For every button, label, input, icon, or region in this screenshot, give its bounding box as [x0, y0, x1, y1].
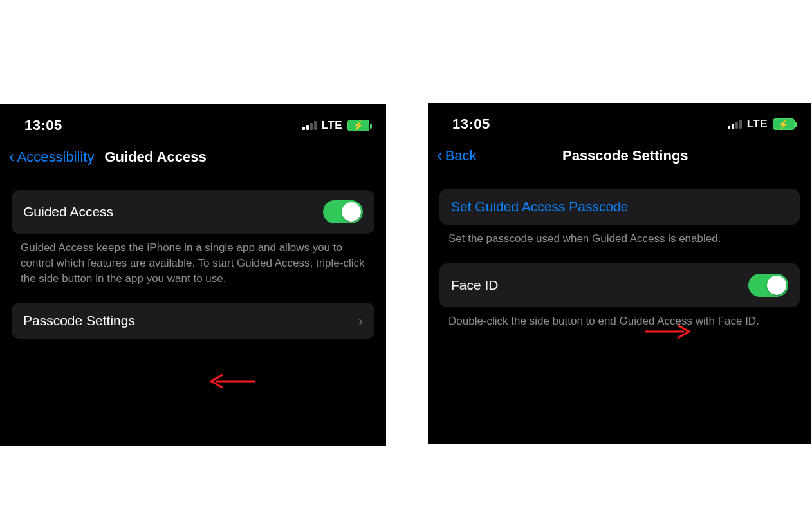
row-label: Passcode Settings	[23, 313, 135, 328]
set-guided-access-passcode-row[interactable]: Set Guided Access Passcode	[439, 189, 800, 225]
cellular-signal-icon	[728, 120, 742, 129]
row-label: Guided Access	[23, 204, 113, 220]
chevron-right-icon: ›	[358, 314, 363, 328]
guided-access-toggle[interactable]	[323, 200, 363, 223]
back-button[interactable]: Accessibility	[17, 149, 95, 165]
status-bar: 13:05 LTE ⚡	[0, 104, 386, 142]
row-label: Set Guided Access Passcode	[451, 199, 629, 214]
nav-bar: ‹ Back Passcode Settings	[428, 140, 811, 175]
face-id-description: Double-click the side button to end Guid…	[428, 307, 811, 329]
face-id-toggle[interactable]	[748, 274, 788, 297]
battery-charging-icon: ⚡	[773, 118, 795, 130]
status-bar: 13:05 LTE ⚡	[428, 103, 811, 140]
back-chevron-icon[interactable]: ‹	[9, 147, 15, 167]
left-screenshot: 13:05 LTE ⚡ ‹ Accessibility Guided Acces…	[0, 104, 386, 446]
network-type: LTE	[747, 118, 768, 131]
guided-access-group: Guided Access	[12, 190, 374, 234]
status-indicators: LTE ⚡	[728, 118, 795, 131]
battery-charging-icon: ⚡	[347, 120, 369, 131]
page-title: Guided Access	[104, 149, 206, 165]
annotation-arrow-left-icon	[205, 372, 256, 391]
passcode-settings-group: Passcode Settings ›	[12, 303, 374, 339]
back-chevron-icon[interactable]: ‹	[437, 146, 443, 165]
network-type: LTE	[322, 119, 342, 132]
right-screenshot: 13:05 LTE ⚡ ‹ Back Passcode Settings Set…	[428, 103, 811, 444]
face-id-toggle-row[interactable]: Face ID	[439, 263, 800, 307]
nav-bar: ‹ Accessibility Guided Access	[0, 142, 386, 176]
cellular-signal-icon	[302, 121, 317, 130]
page-title: Passcode Settings	[448, 147, 802, 164]
clock: 13:05	[24, 117, 62, 134]
row-label: Face ID	[451, 278, 499, 293]
face-id-group: Face ID	[439, 263, 800, 307]
clock: 13:05	[452, 116, 490, 133]
passcode-settings-row[interactable]: Passcode Settings ›	[12, 303, 374, 339]
set-passcode-group: Set Guided Access Passcode	[439, 189, 800, 225]
guided-access-toggle-row[interactable]: Guided Access	[12, 190, 374, 234]
guided-access-description: Guided Access keeps the iPhone in a sing…	[0, 234, 386, 286]
status-indicators: LTE ⚡	[302, 119, 369, 132]
set-passcode-description: Set the passcode used when Guided Access…	[428, 225, 811, 247]
